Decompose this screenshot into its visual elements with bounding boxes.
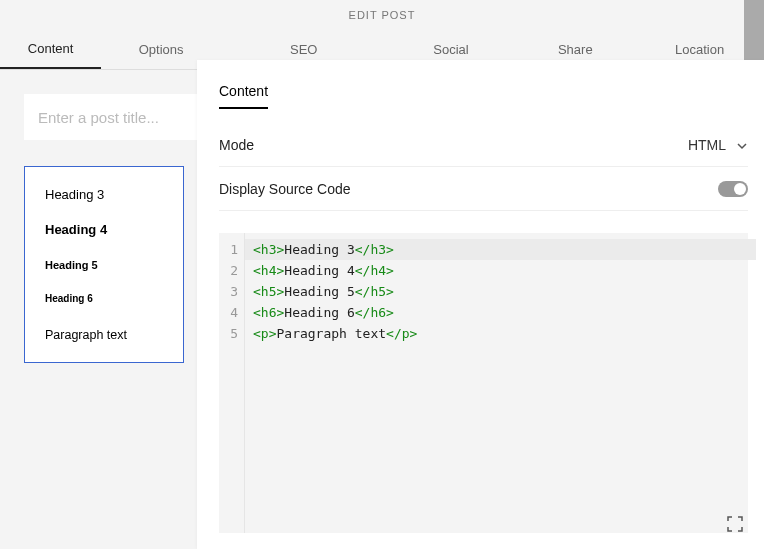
panel-tab-content[interactable]: Content <box>219 83 268 109</box>
chevron-down-icon <box>736 139 748 151</box>
preview-h6: Heading 6 <box>45 293 163 304</box>
preview-h4: Heading 4 <box>45 222 163 237</box>
mode-value: HTML <box>688 137 726 153</box>
code-editor[interactable]: 1 2 3 4 5 <h3>Heading 3</h3><h4>Heading … <box>219 233 748 533</box>
expand-icon[interactable] <box>726 515 744 533</box>
display-source-row: Display Source Code <box>219 167 748 211</box>
mode-row[interactable]: Mode HTML <box>219 123 748 167</box>
line-number: 2 <box>219 260 238 281</box>
line-number: 4 <box>219 302 238 323</box>
code-line[interactable]: <h5>Heading 5</h5> <box>253 281 748 302</box>
preview-h3: Heading 3 <box>45 187 163 202</box>
code-line[interactable]: <h4>Heading 4</h4> <box>253 260 748 281</box>
code-line[interactable]: <h6>Heading 6</h6> <box>253 302 748 323</box>
preview-h5: Heading 5 <box>45 259 163 271</box>
code-gutter: 1 2 3 4 5 <box>219 233 245 533</box>
code-lines[interactable]: <h3>Heading 3</h3><h4>Heading 4</h4><h5>… <box>245 233 748 533</box>
code-line[interactable]: <h3>Heading 3</h3> <box>245 239 756 260</box>
line-number: 5 <box>219 323 238 344</box>
line-number: 1 <box>219 239 238 260</box>
display-source-toggle[interactable] <box>718 181 748 197</box>
settings-panel: Content Mode HTML Display Source Code 1 … <box>197 60 764 549</box>
content-block[interactable]: Heading 3 Heading 4 Heading 5 Heading 6 … <box>24 166 184 363</box>
line-number: 3 <box>219 281 238 302</box>
code-line[interactable]: <p>Paragraph text</p> <box>253 323 748 344</box>
page-title: EDIT POST <box>0 9 764 21</box>
preview-p: Paragraph text <box>45 328 163 342</box>
display-source-label: Display Source Code <box>219 181 351 197</box>
mode-label: Mode <box>219 137 254 153</box>
tab-content[interactable]: Content <box>0 30 101 69</box>
